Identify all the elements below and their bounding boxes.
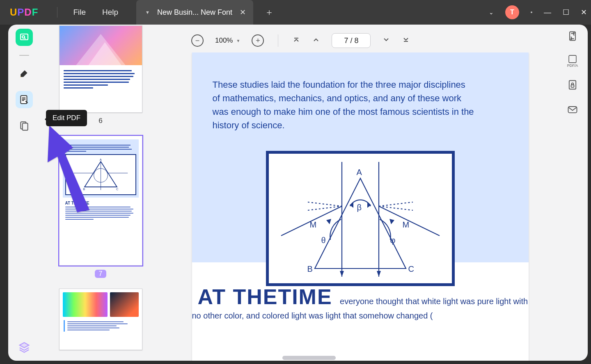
- rotate-icon[interactable]: [567, 30, 578, 43]
- svg-marker-22: [315, 178, 406, 268]
- svg-rect-4: [23, 123, 28, 130]
- prev-page-icon[interactable]: [312, 36, 320, 46]
- svg-marker-32: [377, 271, 381, 277]
- avatar[interactable]: T: [505, 5, 519, 19]
- svg-marker-34: [367, 202, 371, 208]
- svg-point-1: [22, 36, 25, 38]
- svg-marker-36: [389, 219, 394, 224]
- svg-line-28: [379, 202, 413, 206]
- zoom-dropdown[interactable]: 100% ▼: [215, 36, 240, 45]
- right-icon-rail: PDF/A: [562, 30, 583, 117]
- zoom-out-button[interactable]: −: [191, 34, 204, 47]
- tab-dropdown-icon[interactable]: ▼: [145, 10, 150, 15]
- thumbnail-page-6[interactable]: [59, 25, 142, 113]
- menu-help[interactable]: Help: [102, 8, 118, 17]
- edit-pdf-button[interactable]: [16, 91, 33, 108]
- maximize-icon[interactable]: ☐: [563, 8, 569, 17]
- label-beta: β: [357, 203, 362, 212]
- document-page: These studies laid the foundation for th…: [192, 52, 529, 361]
- protect-icon[interactable]: [567, 79, 578, 92]
- svg-rect-2: [21, 96, 27, 104]
- new-tab-button[interactable]: ＋: [265, 6, 274, 18]
- thumb-label-7: 7: [44, 270, 158, 278]
- label-phi: φ: [390, 236, 396, 245]
- divider: [278, 34, 278, 47]
- highlighter-icon[interactable]: [16, 65, 33, 82]
- search-icon[interactable]: [16, 29, 33, 46]
- svg-line-27: [308, 202, 342, 206]
- left-icon-rail: [14, 29, 34, 134]
- close-icon[interactable]: ✕: [581, 8, 587, 17]
- first-page-icon[interactable]: [292, 36, 300, 46]
- svg-rect-21: [568, 107, 577, 113]
- logo: UPDF: [10, 7, 38, 18]
- viewer-toolbar: − 100% ▼ + 7 / 8: [191, 29, 410, 52]
- label-M-left: M: [310, 220, 317, 230]
- edit-pdf-tooltip: Edit PDF: [46, 110, 87, 126]
- menubar: UPDF File Help ▼ New Busin... New Font ✕…: [0, 0, 591, 25]
- horizontal-scrollbar[interactable]: [282, 356, 336, 360]
- svg-text:A: A: [99, 158, 101, 162]
- label-M-right: M: [403, 220, 410, 230]
- svg-rect-18: [569, 55, 576, 63]
- svg-marker-33: [350, 202, 353, 208]
- svg-marker-31: [340, 271, 344, 277]
- layers-icon[interactable]: [18, 341, 30, 355]
- zoom-value: 100%: [215, 36, 233, 45]
- dropdown-icon[interactable]: ⌄: [489, 9, 494, 16]
- organize-icon[interactable]: [16, 117, 33, 134]
- svg-text:C: C: [116, 187, 119, 191]
- last-page-icon[interactable]: [402, 36, 410, 46]
- zoom-in-button[interactable]: +: [252, 34, 264, 47]
- tab-close-icon[interactable]: ✕: [240, 8, 246, 17]
- pointer-arrow: [44, 124, 93, 214]
- workspace: Edit PDF 6 ABC AT THETIME: [8, 25, 588, 361]
- status-dot: [531, 11, 532, 13]
- divider: [57, 7, 57, 18]
- share-icon[interactable]: [567, 104, 578, 117]
- svg-marker-35: [326, 219, 331, 224]
- intro-paragraph: These studies laid the foundation for th…: [213, 78, 475, 132]
- pdfa-icon[interactable]: PDF/A: [567, 55, 578, 68]
- thumbnail-page-8[interactable]: [59, 289, 142, 350]
- document-tab[interactable]: ▼ New Busin... New Font ✕: [136, 0, 253, 25]
- divider: [19, 55, 29, 56]
- chevron-down-icon: ▼: [236, 39, 240, 43]
- label-C: C: [408, 264, 414, 274]
- label-theta: θ: [321, 236, 326, 245]
- label-A: A: [357, 168, 362, 177]
- menu-file[interactable]: File: [73, 8, 86, 17]
- page-number-input[interactable]: 7 / 8: [332, 33, 371, 48]
- window-controls: ⌄ T — ☐ ✕: [489, 0, 587, 25]
- page-view[interactable]: These studies laid the foundation for th…: [174, 52, 546, 361]
- tab-title: New Busin... New Font: [157, 8, 232, 17]
- prism-diagram: A B C M M β θ φ: [266, 151, 455, 286]
- label-B: B: [307, 264, 313, 274]
- next-page-icon[interactable]: [382, 36, 390, 46]
- svg-rect-20: [571, 85, 574, 87]
- minimize-icon[interactable]: —: [544, 8, 551, 17]
